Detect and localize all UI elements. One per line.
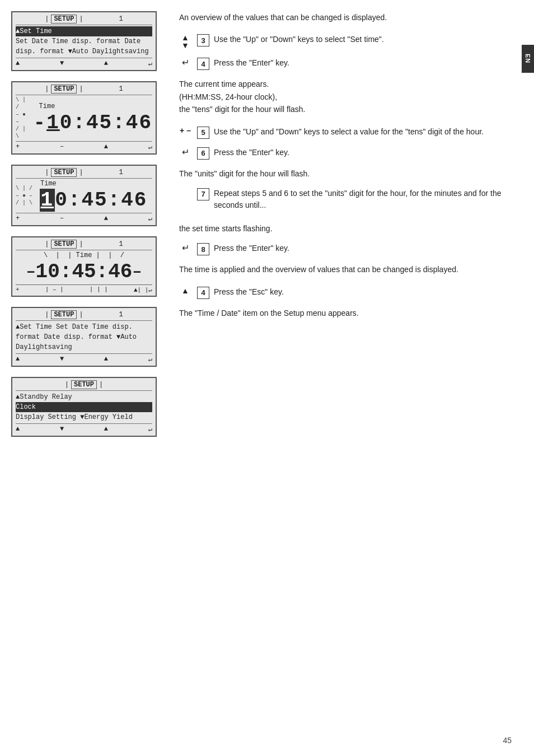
pipe-right-1: | xyxy=(79,15,83,23)
setup-label-2: SETUP xyxy=(51,85,77,94)
text-block-6: The "Time / Date" item on the Setup menu… xyxy=(179,307,512,319)
menu-item-auto-1: ▼Auto Daylightsaving xyxy=(68,48,149,55)
setup-label-6: SETUP xyxy=(71,380,97,389)
clock-deco-2: \ | /– ● –/ | \ xyxy=(16,96,31,140)
footer-enter-2: ↵ xyxy=(148,143,152,151)
footer-nav-6: ▲ xyxy=(104,425,108,433)
footer-enter-3: ↵ xyxy=(148,214,152,223)
step-text-8: Press the "Enter" key. xyxy=(214,242,512,254)
sublabel-2: Time xyxy=(34,102,152,110)
footer-minus-3: – xyxy=(60,214,64,223)
menu-item-settime-5: ▲Set Time xyxy=(16,323,52,331)
screen-num-4: 1 xyxy=(119,240,123,248)
footer-down-5: ▼ xyxy=(60,355,64,363)
pipe-left-5: | xyxy=(45,311,49,319)
step-num-8: 8 xyxy=(197,243,209,255)
screen-num-3: 1 xyxy=(119,169,123,176)
menu-item-setdate-5: Set Date xyxy=(56,323,88,331)
pipe-right-6: | xyxy=(99,381,103,389)
footer-up-5: ▲ xyxy=(16,355,20,363)
footer-down-6: ▼ xyxy=(60,425,64,433)
enter-icon-8: ↵ xyxy=(182,243,189,253)
step-5-row: + – 5 Use the "Up" and "Down" keys to se… xyxy=(179,126,512,139)
pipe-right-5: | xyxy=(79,311,83,319)
setup-label-3: SETUP xyxy=(51,168,77,177)
step-num-4b: 4 xyxy=(197,287,209,299)
pipe-left-2: | xyxy=(45,85,49,93)
pipe-left-3: | xyxy=(45,169,49,176)
step-8-row: ↵ 8 Press the "Enter" key. xyxy=(179,242,512,255)
footer-enter-6: ↵ xyxy=(148,425,152,433)
sublabel-3: Time xyxy=(35,180,152,188)
pipe-right-2: | xyxy=(79,85,83,93)
footer-nav-3: ▲ xyxy=(104,214,108,223)
footer-3: + – ▲ ↵ xyxy=(16,213,152,223)
pipe-left-4: | xyxy=(45,240,49,248)
menu-item-setdate-1: Set Date xyxy=(16,38,48,45)
menu-item-standby: ▲Standby xyxy=(16,393,48,401)
f4-3: | | | xyxy=(90,286,108,293)
text-4: the set time starts flashing. xyxy=(179,224,273,233)
pipe-right-4: | xyxy=(79,240,83,248)
menu-item-clock: Clock xyxy=(16,402,152,412)
footer-4: + | – | | | | ▲| |↵ xyxy=(16,284,152,293)
footer-6: ▲ ▼ ▲ ↵ xyxy=(16,423,152,433)
text-block-2: The current time appears.(HH:MM:SS, 24-h… xyxy=(179,78,512,115)
footer-plus-2: + xyxy=(16,143,20,151)
footer-plus-3: + xyxy=(16,214,20,223)
text-6: The "Time / Date" item on the Setup menu… xyxy=(179,309,359,318)
screen-num-2: 1 xyxy=(119,85,123,93)
time-display-4: – 10:45:46 – xyxy=(16,260,152,283)
menu-item-display: Display Setting xyxy=(16,413,76,421)
setup-label-4: SETUP xyxy=(51,240,77,249)
pipe-left-6: | xyxy=(65,381,69,389)
text-1: An overview of the values that can be ch… xyxy=(179,13,387,22)
menu-item-energy: ▼Energy Yield xyxy=(80,413,133,421)
time-display-3: 10:45:46 xyxy=(35,189,152,212)
step-text-4a: Press the "Enter" key. xyxy=(214,57,512,69)
step-4b-row: ▲ 4 Press the "Esc" key. xyxy=(179,286,512,299)
screens-column: | SETUP | 1 ▲Set Time Set Date Time disp… xyxy=(0,0,162,756)
setup-label-1: SETUP xyxy=(51,15,77,24)
menu-item-settime-1: ▲Set Time xyxy=(16,26,152,36)
screen-num-5: 1 xyxy=(119,311,123,319)
plusminus-icon-5: + – xyxy=(180,126,191,135)
step-text-3: Use the "Up" or "Down" keys to select "S… xyxy=(214,34,512,45)
text-block-3: The "units" digit for the hour will flas… xyxy=(179,167,512,180)
screen-2: | SETUP | 1 \ | /– ● –/ | \ Time -10:45:… xyxy=(11,81,157,155)
screen-3: | SETUP | 1 \ | /– ● –/ | \ Time 10:45:4… xyxy=(11,165,157,226)
footer-nav-2: ▲ xyxy=(104,143,108,151)
pipe-left-1: | xyxy=(45,15,49,23)
sublabel-4: \ | | Time | | / xyxy=(16,251,152,259)
footer-5: ▲ ▼ ▲ ↵ xyxy=(16,353,152,363)
footer-nav-5: ▲ xyxy=(104,355,108,363)
footer-2: + – ▲ ↵ xyxy=(16,141,152,151)
enter-icon-4a: ↵ xyxy=(182,58,189,67)
step-num-5: 5 xyxy=(197,127,209,139)
step-num-6: 6 xyxy=(197,147,209,160)
footer-down-1: ▼ xyxy=(60,59,64,68)
f4-2: | – | xyxy=(45,286,64,293)
page-number: 45 xyxy=(503,736,512,745)
text-block-4: the set time starts flashing. xyxy=(179,222,512,235)
footer-1: ▲ ▼ ▲ ↵ xyxy=(16,58,152,68)
screen-5: | SETUP | 1 ▲Set Time Set Date Time disp… xyxy=(11,307,157,367)
step-num-7: 7 xyxy=(197,188,209,200)
text-5: The time is applied and the overview of … xyxy=(179,265,458,274)
screen-4: | SETUP | 1 \ | | Time | | / – 10:45:46 … xyxy=(11,236,157,297)
f4-4: ▲| |↵ xyxy=(134,286,152,293)
step-text-6: Press the "Enter" key. xyxy=(214,147,512,158)
arrows-icon-3: ▲ xyxy=(181,34,189,41)
setup-label-5: SETUP xyxy=(51,310,77,319)
step-text-4b: Press the "Esc" key. xyxy=(214,286,512,298)
clock-deco-3: \ | /– ● –/ | \ xyxy=(16,185,32,207)
f4-1: + xyxy=(16,286,20,293)
instructions-column: An overview of the values that can be ch… xyxy=(162,0,534,756)
menu-1: ▲Set Time Set Date Time disp. format Dat… xyxy=(16,26,152,57)
enter-icon-6: ↵ xyxy=(182,147,189,157)
time-display-2: -10:45:46 xyxy=(34,111,152,134)
pipe-right-3: | xyxy=(79,169,83,176)
text-block-1: An overview of the values that can be ch… xyxy=(179,11,512,24)
footer-minus-2: – xyxy=(60,143,64,151)
text-3: The "units" digit for the hour will flas… xyxy=(179,169,310,178)
